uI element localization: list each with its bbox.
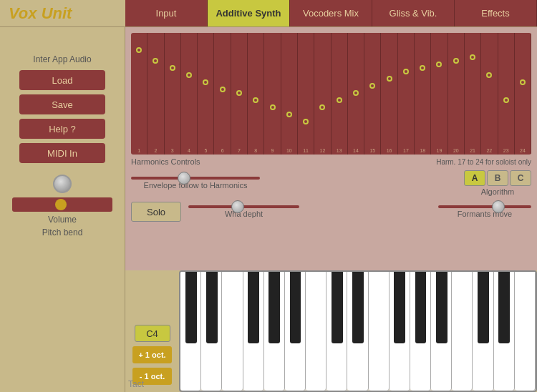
harm-dot-19	[436, 62, 442, 67]
black-key-11[interactable]	[478, 272, 489, 343]
harm-dot-6	[220, 87, 226, 92]
harm-dot-23	[503, 97, 509, 103]
black-key-12[interactable]	[498, 272, 510, 343]
white-key-3[interactable]	[222, 272, 243, 391]
harm-number-13: 13	[337, 148, 342, 153]
black-key-3[interactable]	[248, 272, 259, 343]
harm-dot-9	[270, 104, 276, 110]
white-key-7[interactable]	[306, 272, 326, 391]
main-content: 123456789101112131415161718192021222324 …	[125, 27, 537, 392]
harm-column-1[interactable]: 1	[131, 33, 147, 155]
harm-column-24[interactable]: 24	[515, 33, 531, 155]
harm-column-7[interactable]: 7	[231, 33, 248, 155]
harm-dot-20	[453, 58, 459, 64]
harm-column-11[interactable]: 11	[298, 33, 314, 155]
harm-column-23[interactable]: 23	[498, 33, 515, 155]
inter-app-audio-label: Inter App Audio	[33, 54, 91, 64]
harm-column-20[interactable]: 20	[448, 33, 465, 155]
black-key-8[interactable]	[394, 272, 405, 343]
abc-a-button[interactable]: A	[464, 170, 485, 186]
white-key-17[interactable]	[515, 272, 536, 391]
save-button[interactable]: Save	[19, 94, 105, 114]
harm-column-9[interactable]: 9	[264, 33, 281, 155]
harm-dot-21	[470, 54, 475, 60]
tab-vocoders-mix[interactable]: Vocoders Mix	[290, 0, 372, 26]
harm-number-23: 23	[503, 148, 509, 153]
harm-dot-4	[186, 72, 192, 78]
harm-column-17[interactable]: 17	[398, 33, 415, 155]
harm-column-8[interactable]: 8	[248, 33, 264, 155]
harm-number-2: 2	[154, 148, 157, 153]
white-key-10[interactable]	[369, 272, 390, 391]
harm-column-10[interactable]: 10	[281, 33, 298, 155]
piano-left-controls: C4 + 1 oct. - 1 oct. Tact	[125, 270, 179, 392]
black-key-1[interactable]	[185, 272, 197, 343]
envelope-slider-track[interactable]	[131, 177, 260, 180]
harm-column-18[interactable]: 18	[415, 33, 431, 155]
volume-knob[interactable]	[53, 175, 72, 193]
harm-column-22[interactable]: 22	[481, 33, 498, 155]
harm-number-24: 24	[520, 148, 526, 153]
volume-slider[interactable]	[12, 197, 112, 212]
harm-number-17: 17	[403, 148, 409, 153]
tab-additive-synth[interactable]: Additive Synth	[208, 0, 290, 26]
harm-column-19[interactable]: 19	[431, 33, 448, 155]
abc-b-button[interactable]: B	[487, 170, 508, 186]
black-key-5[interactable]	[290, 272, 301, 343]
wha-slider-track[interactable]	[188, 205, 299, 208]
black-key-4[interactable]	[268, 272, 280, 343]
harm-dot-11	[303, 119, 309, 124]
harm-dot-8	[253, 97, 258, 103]
harmonics-grid: 123456789101112131415161718192021222324	[131, 33, 531, 155]
harm-17-24-label: Harm. 17 to 24 for soloist only	[436, 158, 531, 166]
midi-in-button[interactable]: MIDI In	[19, 143, 105, 163]
volume-area: Volume Pitch bend	[9, 173, 116, 237]
abc-c-button[interactable]: C	[510, 170, 531, 186]
harm-column-12[interactable]: 12	[314, 33, 331, 155]
harm-dot-1	[136, 47, 142, 53]
harm-dot-12	[319, 104, 325, 110]
harm-column-15[interactable]: 15	[364, 33, 381, 155]
formants-label: Formants move	[458, 210, 512, 218]
harm-column-16[interactable]: 16	[381, 33, 397, 155]
harm-column-5[interactable]: 5	[198, 33, 214, 155]
tab-effects[interactable]: Effects	[455, 0, 537, 26]
harm-column-14[interactable]: 14	[348, 33, 364, 155]
plus-octave-button[interactable]: + 1 oct.	[132, 346, 172, 363]
harm-column-21[interactable]: 21	[465, 33, 481, 155]
black-key-10[interactable]	[436, 272, 448, 343]
formants-slider-track[interactable]	[438, 205, 531, 208]
harm-dot-13	[337, 97, 342, 103]
harm-column-13[interactable]: 13	[332, 33, 348, 155]
load-button[interactable]: Load	[19, 70, 105, 90]
harm-column-2[interactable]: 2	[147, 33, 164, 155]
harm-column-3[interactable]: 3	[165, 33, 181, 155]
harm-dot-5	[203, 79, 208, 85]
harm-dot-2	[153, 58, 158, 64]
harm-dot-16	[387, 76, 392, 82]
tab-bar: Input Additive Synth Vocoders Mix Gliss …	[125, 0, 537, 26]
help-button[interactable]: Help ?	[19, 119, 105, 139]
harmonics-controls-label: Harmonics Controls	[131, 157, 200, 166]
white-key-14[interactable]	[452, 272, 473, 391]
harm-dot-7	[236, 90, 242, 96]
harm-column-6[interactable]: 6	[214, 33, 231, 155]
harm-number-16: 16	[387, 148, 392, 153]
tab-gliss-vib[interactable]: Gliss & Vib.	[372, 0, 455, 26]
tab-input[interactable]: Input	[125, 0, 208, 26]
piano-section: C4 + 1 oct. - 1 oct. Tact	[125, 270, 537, 392]
abc-button-group: A B C	[464, 170, 531, 186]
harm-number-12: 12	[320, 148, 326, 153]
volume-label: Volume	[48, 215, 77, 225]
harm-number-4: 4	[188, 148, 190, 153]
wha-label: Wha depht	[225, 210, 263, 218]
black-key-7[interactable]	[352, 272, 364, 343]
piano-keyboard[interactable]	[179, 270, 537, 392]
black-key-9[interactable]	[415, 272, 427, 343]
harm-dot-22	[486, 72, 492, 78]
envelope-label: Envelope follow to Harmonics	[144, 181, 248, 190]
solo-button[interactable]: Solo	[131, 202, 181, 222]
harm-column-4[interactable]: 4	[181, 33, 198, 155]
black-key-6[interactable]	[332, 272, 343, 343]
black-key-2[interactable]	[206, 272, 218, 343]
